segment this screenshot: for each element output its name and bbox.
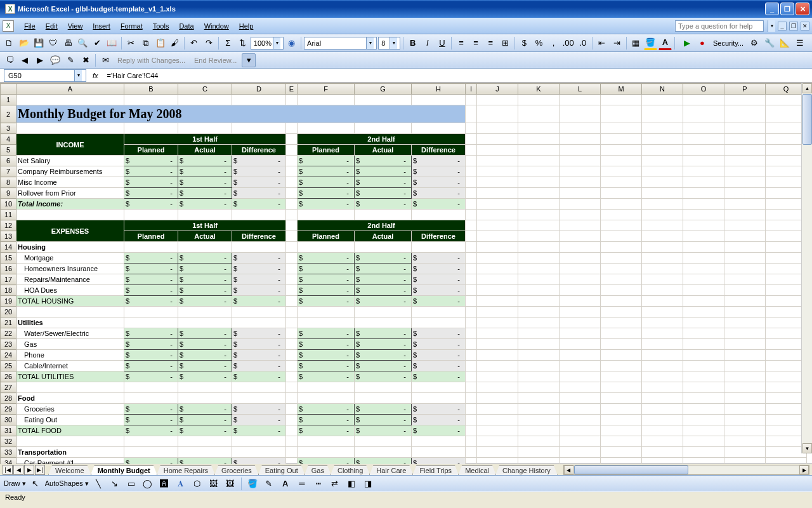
cell-C22[interactable]: $-: [178, 328, 232, 339]
cell-C7[interactable]: $-: [178, 166, 232, 177]
cell-N5[interactable]: [642, 145, 683, 156]
cell-O22[interactable]: [683, 328, 724, 339]
cell-F13[interactable]: Planned: [298, 231, 355, 242]
cell-F9[interactable]: $-: [298, 188, 355, 199]
cell-L8[interactable]: [560, 177, 601, 188]
row-header-27[interactable]: 27: [1, 382, 16, 393]
sheet-tab-hair-care[interactable]: Hair Care: [369, 465, 413, 475]
cell-A27[interactable]: [16, 382, 124, 393]
cell-F5[interactable]: Planned: [298, 145, 355, 156]
cell-K3[interactable]: [518, 123, 560, 134]
cell-D17[interactable]: $-: [232, 274, 286, 285]
cell-I12[interactable]: [466, 220, 477, 231]
cell-C15[interactable]: $-: [178, 253, 232, 264]
cell-E20[interactable]: [286, 307, 298, 318]
col-header-H[interactable]: H: [412, 84, 466, 95]
cell-H9[interactable]: $-: [412, 188, 466, 199]
cell-E22[interactable]: [286, 328, 298, 339]
cell-G13[interactable]: Actual: [355, 231, 412, 242]
cell-M11[interactable]: [601, 210, 642, 220]
cell-F31[interactable]: $-: [298, 425, 355, 436]
cell-I15[interactable]: [466, 253, 477, 264]
cell-P12[interactable]: [724, 220, 766, 231]
underline-icon[interactable]: U: [435, 36, 449, 50]
cell-B17[interactable]: $-: [124, 274, 178, 285]
cell-E33[interactable]: [286, 447, 298, 458]
cell-K32[interactable]: [518, 436, 560, 447]
cell-P34[interactable]: [724, 458, 766, 465]
cell-F16[interactable]: $-: [298, 264, 355, 274]
cell-I7[interactable]: [466, 166, 477, 177]
cell-C13[interactable]: Actual: [178, 231, 232, 242]
increase-decimal-icon[interactable]: .00: [561, 36, 575, 50]
cell-H16[interactable]: $-: [412, 264, 466, 274]
cell-E6[interactable]: [286, 156, 298, 166]
cell-F20[interactable]: [298, 307, 355, 318]
cell-H13[interactable]: Difference: [412, 231, 466, 242]
cell-F34[interactable]: $-: [298, 458, 355, 465]
cell-J17[interactable]: [477, 274, 518, 285]
cell-I26[interactable]: [466, 371, 477, 382]
cell-H20[interactable]: [412, 307, 466, 318]
borders-icon[interactable]: ▦: [629, 36, 643, 50]
cell-M1[interactable]: [601, 95, 642, 105]
cell-O30[interactable]: [683, 415, 724, 425]
cell-P25[interactable]: [724, 361, 766, 371]
design-mode-icon[interactable]: 📐: [778, 36, 792, 50]
cell-O6[interactable]: [683, 156, 724, 166]
sheet-tab-monthly-budget[interactable]: Monthly Budget: [91, 465, 157, 475]
cell-D18[interactable]: $-: [232, 285, 286, 296]
cell-K15[interactable]: [518, 253, 560, 264]
cell-D15[interactable]: $-: [232, 253, 286, 264]
row-header-13[interactable]: 13: [1, 231, 16, 242]
cell-Q8[interactable]: [766, 177, 807, 188]
cell-M27[interactable]: [601, 382, 642, 393]
cell-I25[interactable]: [466, 361, 477, 371]
font-color-icon[interactable]: A: [658, 36, 672, 50]
cell-E4[interactable]: [286, 134, 298, 145]
cell-D19[interactable]: $-: [232, 296, 286, 307]
cell-G23[interactable]: $-: [355, 339, 412, 350]
cell-K6[interactable]: [518, 156, 560, 166]
cell-K17[interactable]: [518, 274, 560, 285]
cell-I27[interactable]: [466, 382, 477, 393]
cell-P24[interactable]: [724, 350, 766, 361]
scroll-thumb[interactable]: [802, 94, 812, 145]
cell-G7[interactable]: $-: [355, 166, 412, 177]
row-header-16[interactable]: 16: [1, 264, 16, 274]
cell-P5[interactable]: [724, 145, 766, 156]
cell-J1[interactable]: [477, 95, 518, 105]
cell-B16[interactable]: $-: [124, 264, 178, 274]
cell-L1[interactable]: [560, 95, 601, 105]
cell-I5[interactable]: [466, 145, 477, 156]
cell-N15[interactable]: [642, 253, 683, 264]
cell-J16[interactable]: [477, 264, 518, 274]
cell-O23[interactable]: [683, 339, 724, 350]
cell-G32[interactable]: [355, 436, 412, 447]
cell-E34[interactable]: [286, 458, 298, 465]
cell-Q24[interactable]: [766, 350, 807, 361]
cell-C3[interactable]: [178, 123, 232, 134]
cell-Q33[interactable]: [766, 447, 807, 458]
cell-J25[interactable]: [477, 361, 518, 371]
cell-A28[interactable]: Food: [16, 393, 124, 404]
cell-G17[interactable]: $-: [355, 274, 412, 285]
save-icon[interactable]: 💾: [32, 36, 45, 50]
cell-N34[interactable]: [642, 458, 683, 465]
cell-E11[interactable]: [286, 210, 298, 220]
cell-A23[interactable]: Gas: [16, 339, 124, 350]
cell-H1[interactable]: [412, 95, 466, 105]
cell-K1[interactable]: [518, 95, 560, 105]
print-icon[interactable]: 🖶: [62, 36, 75, 50]
cell-I22[interactable]: [466, 328, 477, 339]
reply-changes-button[interactable]: Reply with Changes...: [114, 57, 189, 64]
cell-M25[interactable]: [601, 361, 642, 371]
vba-icon[interactable]: ⚙: [747, 36, 761, 50]
cell-L19[interactable]: [560, 296, 601, 307]
cell-Q32[interactable]: [766, 436, 807, 447]
cell-E21[interactable]: [286, 318, 298, 328]
cell-K16[interactable]: [518, 264, 560, 274]
cell-L26[interactable]: [560, 371, 601, 382]
cell-C17[interactable]: $-: [178, 274, 232, 285]
cell-F6[interactable]: $-: [298, 156, 355, 166]
